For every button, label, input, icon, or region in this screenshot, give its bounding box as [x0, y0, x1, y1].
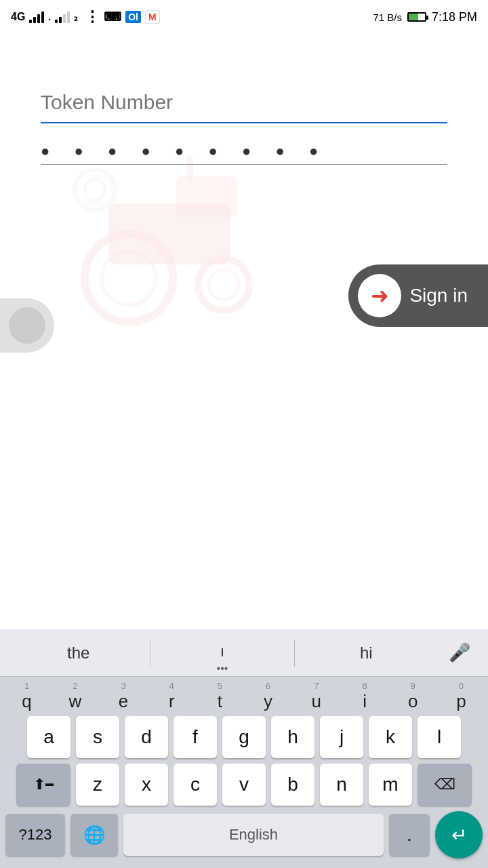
space-key[interactable]: English	[123, 814, 384, 856]
gmail-icon: M	[145, 10, 160, 24]
signal-strength-1	[29, 11, 44, 23]
bottom-row: ?123 🌐 English . ↵	[0, 808, 488, 861]
suggestion-i: I	[221, 647, 224, 659]
sim-indicator: .	[48, 12, 51, 22]
key-n[interactable]: n	[320, 764, 363, 806]
sign-in-button[interactable]: ➜ Sign in	[348, 264, 488, 327]
status-left: 4G . ₂ ⋮ ⌨ Ol M	[11, 8, 160, 26]
time: 7:18 PM	[432, 10, 477, 24]
battery-icon	[407, 12, 426, 22]
microphone-icon[interactable]: 🎤	[438, 642, 481, 663]
key-w-num[interactable]: 2w	[51, 681, 99, 712]
enter-key[interactable]: ↵	[435, 811, 483, 859]
suggestion-center[interactable]: I •••	[150, 629, 293, 676]
sim2-indicator: ₂	[74, 12, 78, 22]
password-input-group[interactable]: ● ● ● ● ● ● ● ● ●	[41, 144, 447, 165]
suggestion-dots: •••	[217, 663, 228, 675]
round-left-button[interactable]	[0, 298, 54, 353]
sign-in-label: Sign in	[409, 285, 468, 307]
shift-key[interactable]: ⬆▬	[16, 764, 70, 806]
keyboard: the I ••• hi 🎤 1q 2w 3e 4r 5t 6y 7u 8i 9…	[0, 629, 488, 868]
outlook-icon: Ol	[125, 11, 141, 23]
key-t-num[interactable]: 5t	[196, 681, 244, 712]
key-j[interactable]: j	[320, 716, 363, 758]
key-row-2: a s d f g h j k l	[0, 713, 488, 761]
signal-strength-2	[55, 11, 70, 23]
token-input-group[interactable]	[41, 88, 447, 123]
backspace-key[interactable]: ⌫	[418, 764, 472, 806]
sign-in-arrow-icon: ➜	[371, 283, 389, 309]
key-h[interactable]: h	[271, 716, 314, 758]
key-row-3: ⬆▬ z x c v b n m ⌫	[0, 761, 488, 808]
key-l[interactable]: l	[418, 716, 461, 758]
globe-key[interactable]: 🌐	[70, 814, 118, 856]
form-container: ● ● ● ● ● ● ● ● ●	[41, 88, 447, 185]
key-f[interactable]: f	[174, 716, 217, 758]
keyboard-icon: ⌨	[104, 9, 121, 24]
suggestion-the[interactable]: the	[7, 629, 150, 676]
key-k[interactable]: k	[369, 716, 412, 758]
period-key[interactable]: .	[389, 814, 430, 856]
inner-circle-icon	[9, 307, 45, 344]
status-bar: 4G . ₂ ⋮ ⌨ Ol M 71 B/s 7:18	[0, 0, 488, 34]
key-v[interactable]: v	[222, 764, 266, 806]
key-b[interactable]: b	[271, 764, 314, 806]
data-speed: 71 B/s	[373, 12, 402, 23]
suggestions-bar: the I ••• hi 🎤	[0, 629, 488, 677]
key-u-num[interactable]: 7u	[292, 681, 340, 712]
key-r-num[interactable]: 4r	[148, 681, 196, 712]
key-z[interactable]: z	[76, 764, 119, 806]
key-y-num[interactable]: 6y	[244, 681, 292, 712]
password-dots: ● ● ● ● ● ● ● ● ●	[41, 144, 447, 159]
overflow-menu-icon[interactable]: ⋮	[85, 8, 100, 26]
key-x[interactable]: x	[125, 764, 168, 806]
key-c[interactable]: c	[174, 764, 217, 806]
suggestion-hi[interactable]: hi	[295, 629, 438, 676]
key-q-num[interactable]: 1q	[3, 681, 51, 712]
key-d[interactable]: d	[125, 716, 168, 758]
token-number-input[interactable]	[41, 88, 447, 117]
key-g[interactable]: g	[222, 716, 266, 758]
key-a[interactable]: a	[27, 716, 70, 758]
key-p-num[interactable]: 0p	[437, 681, 485, 712]
numbers-key[interactable]: ?123	[5, 814, 65, 856]
key-m[interactable]: m	[369, 764, 412, 806]
key-e-num[interactable]: 3e	[99, 681, 147, 712]
sign-in-circle-icon: ➜	[358, 274, 401, 317]
key-i-num[interactable]: 8i	[340, 681, 388, 712]
key-s[interactable]: s	[76, 716, 119, 758]
key-o-num[interactable]: 9o	[389, 681, 437, 712]
network-type: 4G	[11, 11, 25, 23]
svg-point-5	[209, 270, 239, 300]
svg-point-4	[198, 259, 249, 311]
status-right: 71 B/s 7:18 PM	[373, 10, 477, 24]
number-row: 1q 2w 3e 4r 5t 6y 7u 8i 9o 0p	[0, 677, 488, 713]
app-area: ● ● ● ● ● ● ● ● ● ➜ Sign in	[0, 34, 488, 549]
